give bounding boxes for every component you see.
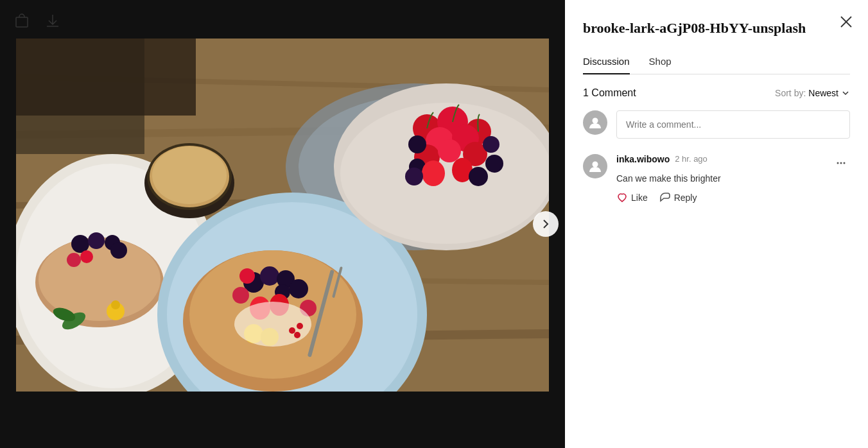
comment-item: inka.wibowo 2 hr. ago Can we make this b… (583, 154, 850, 203)
svg-point-58 (483, 136, 499, 153)
food-image (16, 39, 549, 392)
svg-rect-0 (16, 17, 28, 27)
svg-point-16 (88, 232, 105, 249)
sort-control[interactable]: Sort by: Newest (775, 88, 850, 98)
comment-meta: inka.wibowo 2 hr. ago (616, 154, 707, 164)
reply-label: Reply (674, 193, 697, 203)
comment-input[interactable] (616, 110, 850, 139)
tabs: Discussion Shop (583, 51, 850, 74)
write-comment-row (583, 110, 850, 139)
reply-icon (659, 192, 671, 203)
svg-point-35 (289, 279, 308, 298)
svg-point-19 (80, 250, 93, 263)
comment-author: inka.wibowo (616, 154, 670, 164)
svg-point-68 (152, 146, 227, 204)
image-title: brooke-lark-aGjP08-HbYY-unsplash (583, 19, 831, 38)
svg-point-76 (844, 162, 846, 164)
commenter-avatar (583, 154, 607, 178)
current-user-avatar (583, 110, 607, 135)
comment-more-button[interactable] (832, 154, 850, 172)
comment-actions: Like Reply (616, 192, 850, 203)
comment-time: 2 hr. ago (675, 154, 707, 164)
image-panel (0, 0, 565, 448)
comment-header: 1 Comment Sort by: Newest (583, 87, 850, 99)
svg-point-45 (297, 323, 303, 329)
svg-point-61 (422, 160, 445, 186)
svg-point-32 (260, 266, 279, 286)
bag-button[interactable] (13, 12, 31, 30)
svg-point-57 (408, 135, 426, 153)
right-panel: brooke-lark-aGjP08-HbYY-unsplash Discuss… (565, 0, 868, 448)
tab-shop[interactable]: Shop (649, 51, 672, 74)
svg-point-46 (294, 332, 300, 338)
top-toolbar (0, 0, 565, 41)
svg-point-63 (469, 167, 488, 186)
svg-point-34 (232, 287, 249, 304)
heart-icon (616, 192, 628, 203)
svg-point-75 (840, 162, 842, 164)
svg-point-74 (837, 162, 839, 164)
download-button[interactable] (44, 12, 62, 30)
svg-point-72 (593, 117, 598, 123)
svg-point-55 (438, 139, 461, 162)
svg-point-64 (405, 168, 423, 185)
svg-point-73 (593, 161, 598, 167)
svg-point-20 (110, 242, 127, 259)
comment-count: 1 Comment (583, 87, 636, 99)
comment-more-row: inka.wibowo 2 hr. ago (616, 154, 850, 172)
svg-point-15 (71, 235, 89, 253)
chevron-down-icon (841, 89, 850, 98)
svg-point-18 (67, 253, 81, 267)
sort-label: Sort by: (775, 88, 806, 98)
comment-body: inka.wibowo 2 hr. ago Can we make this b… (616, 154, 850, 203)
svg-rect-69 (16, 39, 196, 116)
svg-point-36 (239, 268, 255, 284)
reply-button[interactable]: Reply (659, 192, 697, 203)
sort-value: Newest (808, 88, 838, 98)
svg-point-44 (289, 327, 295, 334)
close-button[interactable] (837, 13, 855, 31)
svg-point-22 (111, 300, 120, 309)
next-arrow[interactable] (533, 211, 559, 237)
svg-point-60 (485, 155, 503, 173)
tab-discussion[interactable]: Discussion (583, 51, 630, 74)
like-button[interactable]: Like (616, 192, 648, 203)
like-label: Like (631, 193, 648, 203)
comment-text: Can we make this brighter (616, 172, 850, 185)
